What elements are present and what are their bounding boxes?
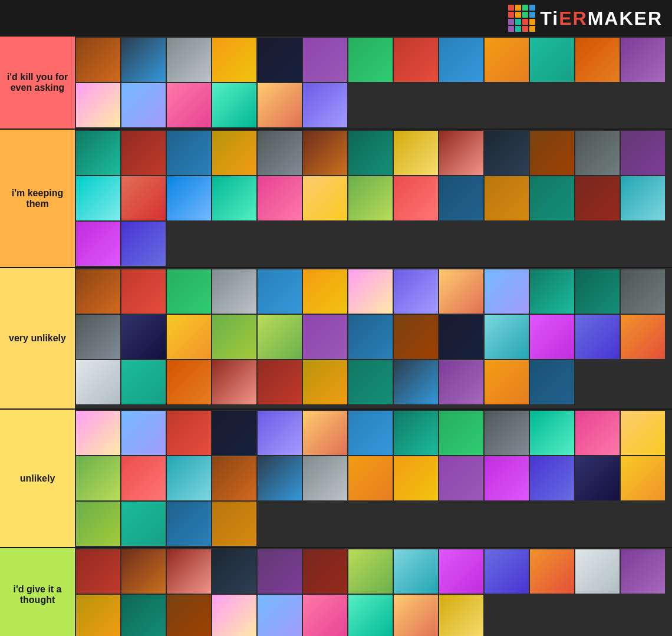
list-item[interactable]	[121, 131, 166, 175]
list-item[interactable]	[76, 222, 120, 266]
list-item[interactable]	[394, 269, 438, 314]
list-item[interactable]	[167, 502, 211, 546]
list-item[interactable]	[167, 456, 211, 500]
list-item[interactable]	[212, 83, 256, 127]
list-item[interactable]	[212, 360, 256, 404]
list-item[interactable]	[303, 456, 347, 500]
list-item[interactable]	[394, 456, 438, 500]
list-item[interactable]	[439, 456, 483, 500]
list-item[interactable]	[76, 176, 120, 220]
list-item[interactable]	[258, 595, 302, 636]
list-item[interactable]	[394, 360, 438, 404]
list-item[interactable]	[621, 411, 665, 455]
list-item[interactable]	[121, 269, 166, 314]
list-item[interactable]	[621, 131, 665, 175]
list-item[interactable]	[621, 176, 665, 220]
list-item[interactable]	[212, 38, 256, 82]
list-item[interactable]	[394, 131, 438, 175]
list-item[interactable]	[348, 360, 393, 404]
list-item[interactable]	[303, 38, 347, 82]
list-item[interactable]	[530, 456, 574, 500]
list-item[interactable]	[485, 411, 529, 455]
list-item[interactable]	[439, 360, 483, 404]
list-item[interactable]	[394, 176, 438, 220]
list-item[interactable]	[575, 38, 620, 82]
list-item[interactable]	[167, 360, 211, 404]
list-item[interactable]	[575, 411, 620, 455]
list-item[interactable]	[394, 315, 438, 359]
list-item[interactable]	[167, 83, 211, 127]
list-item[interactable]	[167, 38, 211, 82]
list-item[interactable]	[212, 595, 256, 636]
list-item[interactable]	[258, 131, 302, 175]
list-item[interactable]	[621, 38, 665, 82]
list-item[interactable]	[258, 549, 302, 594]
list-item[interactable]	[439, 131, 483, 175]
list-item[interactable]	[167, 176, 211, 220]
list-item[interactable]	[212, 411, 256, 455]
list-item[interactable]	[258, 83, 302, 127]
list-item[interactable]	[575, 131, 620, 175]
list-item[interactable]	[303, 176, 347, 220]
list-item[interactable]	[121, 83, 166, 127]
list-item[interactable]	[121, 176, 166, 220]
list-item[interactable]	[76, 131, 120, 175]
list-item[interactable]	[485, 456, 529, 500]
list-item[interactable]	[76, 502, 120, 546]
list-item[interactable]	[121, 222, 166, 266]
list-item[interactable]	[394, 38, 438, 82]
list-item[interactable]	[439, 411, 483, 455]
list-item[interactable]	[258, 315, 302, 359]
list-item[interactable]	[76, 38, 120, 82]
list-item[interactable]	[212, 269, 256, 314]
list-item[interactable]	[621, 315, 665, 359]
list-item[interactable]	[348, 595, 393, 636]
list-item[interactable]	[394, 549, 438, 594]
list-item[interactable]	[575, 549, 620, 594]
list-item[interactable]	[530, 360, 574, 404]
list-item[interactable]	[121, 595, 166, 636]
list-item[interactable]	[621, 269, 665, 314]
list-item[interactable]	[348, 176, 393, 220]
list-item[interactable]	[212, 502, 256, 546]
list-item[interactable]	[167, 315, 211, 359]
list-item[interactable]	[348, 549, 393, 594]
list-item[interactable]	[575, 315, 620, 359]
list-item[interactable]	[530, 411, 574, 455]
list-item[interactable]	[121, 549, 166, 594]
list-item[interactable]	[258, 456, 302, 500]
list-item[interactable]	[76, 83, 120, 127]
list-item[interactable]	[394, 411, 438, 455]
list-item[interactable]	[76, 269, 120, 314]
list-item[interactable]	[530, 38, 574, 82]
list-item[interactable]	[76, 595, 120, 636]
list-item[interactable]	[394, 595, 438, 636]
list-item[interactable]	[439, 269, 483, 314]
list-item[interactable]	[167, 131, 211, 175]
list-item[interactable]	[258, 269, 302, 314]
list-item[interactable]	[303, 595, 347, 636]
list-item[interactable]	[348, 131, 393, 175]
list-item[interactable]	[485, 131, 529, 175]
list-item[interactable]	[530, 549, 574, 594]
list-item[interactable]	[258, 176, 302, 220]
list-item[interactable]	[303, 83, 347, 127]
list-item[interactable]	[121, 502, 166, 546]
list-item[interactable]	[485, 38, 529, 82]
list-item[interactable]	[575, 269, 620, 314]
list-item[interactable]	[167, 595, 211, 636]
list-item[interactable]	[439, 315, 483, 359]
list-item[interactable]	[348, 411, 393, 455]
list-item[interactable]	[439, 38, 483, 82]
list-item[interactable]	[212, 131, 256, 175]
list-item[interactable]	[621, 549, 665, 594]
list-item[interactable]	[303, 131, 347, 175]
list-item[interactable]	[121, 411, 166, 455]
list-item[interactable]	[485, 360, 529, 404]
list-item[interactable]	[167, 269, 211, 314]
list-item[interactable]	[530, 315, 574, 359]
list-item[interactable]	[258, 38, 302, 82]
list-item[interactable]	[348, 456, 393, 500]
list-item[interactable]	[303, 411, 347, 455]
list-item[interactable]	[530, 131, 574, 175]
